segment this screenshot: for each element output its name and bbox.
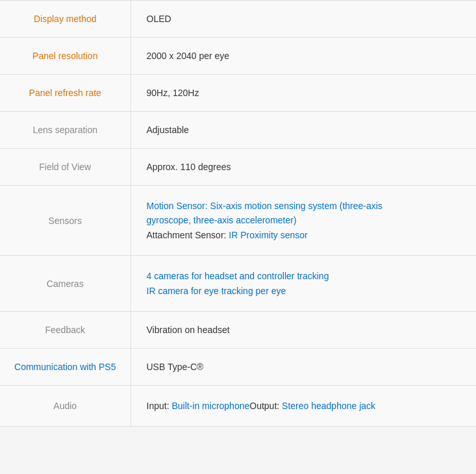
- label-panel-refresh-text: Panel refresh rate: [29, 88, 101, 98]
- row-feedback: Feedback Vibration on headset: [0, 311, 476, 348]
- label-cameras: Cameras: [0, 256, 131, 312]
- value-fov-text: Approx. 110 degrees: [147, 162, 231, 172]
- value-panel-res-text: 2000 x 2040 per eye: [147, 51, 230, 61]
- cameras-text2: IR camera for eye tracking per eye: [147, 286, 286, 296]
- value-communication-text: USB Type-C®: [147, 362, 204, 372]
- value-lens-text: Adjustable: [147, 125, 189, 135]
- label-communication-text: Communication with PS5: [14, 362, 116, 372]
- audio-output-label: Output:: [249, 401, 282, 411]
- value-panel-res: 2000 x 2040 per eye: [131, 38, 476, 75]
- value-feedback-text: Vibration on headset: [147, 325, 230, 335]
- row-display: Display method OLED: [0, 1, 476, 38]
- label-display: Display method: [0, 1, 131, 38]
- value-display: OLED: [131, 1, 476, 38]
- label-display-text: Display method: [34, 14, 97, 24]
- label-audio: Audio: [0, 385, 131, 426]
- value-panel-refresh: 90Hz, 120Hz: [131, 75, 476, 112]
- value-sensors: Motion Sensor: Six-axis motion sensing s…: [131, 186, 476, 256]
- row-cameras: Cameras 4 cameras for headset and contro…: [0, 256, 476, 312]
- sensors-line3: Attachment Sensor: IR Proximity sensor: [147, 230, 308, 240]
- audio-microphone-link: Built-in microphone: [171, 401, 249, 411]
- label-sensors-text: Sensors: [49, 216, 82, 226]
- value-lens: Adjustable: [131, 112, 476, 149]
- label-audio-text: Audio: [53, 401, 77, 411]
- sensors-line1: Motion Sensor: Six-axis motion sensing s…: [147, 201, 382, 211]
- value-communication: USB Type-C®: [131, 348, 476, 385]
- sensors-gyro: gyroscope, three-axis accelerometer): [147, 215, 297, 225]
- row-fov: Field of View Approx. 110 degrees: [0, 149, 476, 186]
- audio-input-label: Input:: [147, 401, 172, 411]
- row-sensors: Sensors Motion Sensor: Six-axis motion s…: [0, 186, 476, 256]
- label-panel-refresh: Panel refresh rate: [0, 75, 131, 112]
- sensors-attachment-label: Attachment Sensor:: [147, 230, 229, 240]
- cameras-text1: 4 cameras for headset and controller tra…: [147, 271, 329, 281]
- label-panel-res-text: Panel resolution: [32, 51, 97, 61]
- sensors-line2: gyroscope, three-axis accelerometer): [147, 215, 297, 225]
- label-fov: Field of View: [0, 149, 131, 186]
- value-cameras: 4 cameras for headset and controller tra…: [131, 256, 476, 312]
- audio-headphone-link: Stereo headphone jack: [282, 401, 375, 411]
- specs-table: Display method OLED Panel resolution 200…: [0, 0, 476, 427]
- label-feedback: Feedback: [0, 311, 131, 348]
- value-feedback: Vibration on headset: [131, 311, 476, 348]
- row-panel-res: Panel resolution 2000 x 2040 per eye: [0, 38, 476, 75]
- label-fov-text: Field of View: [39, 162, 91, 172]
- sensors-motion-label: Motion Sensor: Six-axis motion sensing s…: [147, 201, 382, 211]
- row-panel-refresh: Panel refresh rate 90Hz, 120Hz: [0, 75, 476, 112]
- value-fov: Approx. 110 degrees: [131, 149, 476, 186]
- row-audio: Audio Input: Built-in microphoneOutput: …: [0, 385, 476, 426]
- label-feedback-text: Feedback: [45, 325, 85, 335]
- label-panel-res: Panel resolution: [0, 38, 131, 75]
- label-cameras-text: Cameras: [47, 279, 84, 289]
- value-display-text: OLED: [147, 14, 171, 24]
- row-lens: Lens separation Adjustable: [0, 112, 476, 149]
- row-communication: Communication with PS5 USB Type-C®: [0, 348, 476, 385]
- value-panel-refresh-text: 90Hz, 120Hz: [147, 88, 199, 98]
- value-audio: Input: Built-in microphoneOutput: Stereo…: [131, 385, 476, 426]
- sensors-ir-link: IR Proximity sensor: [229, 230, 307, 240]
- label-communication: Communication with PS5: [0, 348, 131, 385]
- label-lens-text: Lens separation: [32, 125, 97, 135]
- label-lens: Lens separation: [0, 112, 131, 149]
- label-sensors: Sensors: [0, 186, 131, 256]
